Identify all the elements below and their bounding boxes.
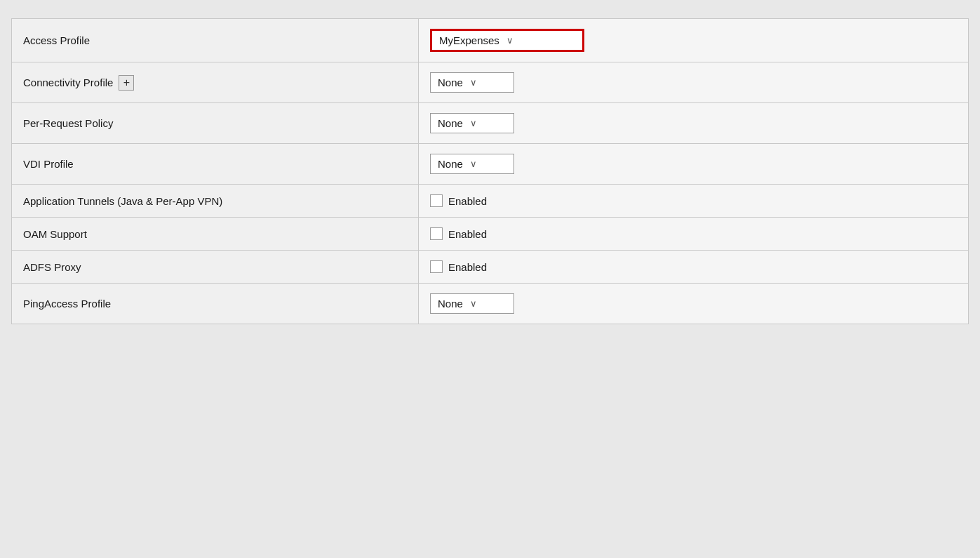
chevron-down-icon: ∨ bbox=[470, 298, 477, 309]
label-application-tunnels: Application Tunnels (Java & Per-App VPN) bbox=[23, 195, 222, 207]
access-policy-table: Access ProfileMyExpenses∨Connectivity Pr… bbox=[11, 18, 969, 324]
checkbox-label-adfs-proxy: Enabled bbox=[448, 261, 487, 273]
chevron-down-icon: ∨ bbox=[506, 35, 514, 46]
checkbox-oam-support[interactable] bbox=[430, 227, 443, 240]
label-connectivity-profile: Connectivity Profile bbox=[23, 77, 113, 88]
select-vdi-profile[interactable]: None∨ bbox=[430, 154, 514, 174]
plus-button-connectivity-profile[interactable]: + bbox=[119, 75, 134, 91]
checkbox-application-tunnels[interactable] bbox=[430, 194, 443, 207]
row-per-request-policy: Per-Request PolicyNone∨ bbox=[12, 103, 969, 144]
checkbox-label-oam-support: Enabled bbox=[448, 228, 487, 240]
row-connectivity-profile: Connectivity Profile+None∨ bbox=[12, 62, 969, 103]
row-application-tunnels: Application Tunnels (Java & Per-App VPN)… bbox=[12, 185, 969, 218]
checkbox-adfs-proxy[interactable] bbox=[430, 260, 443, 273]
row-pingaccess-profile: PingAccess ProfileNone∨ bbox=[12, 284, 969, 324]
select-pingaccess-profile[interactable]: None∨ bbox=[430, 293, 514, 314]
checkbox-label-application-tunnels: Enabled bbox=[448, 195, 487, 207]
select-value-pingaccess-profile: None bbox=[438, 298, 463, 310]
select-value-per-request-policy: None bbox=[438, 117, 463, 129]
select-access-profile[interactable]: MyExpenses∨ bbox=[430, 29, 584, 52]
select-connectivity-profile[interactable]: None∨ bbox=[430, 72, 514, 93]
label-pingaccess-profile: PingAccess Profile bbox=[23, 298, 111, 310]
label-per-request-policy: Per-Request Policy bbox=[23, 117, 113, 129]
chevron-down-icon: ∨ bbox=[470, 118, 477, 128]
row-access-profile: Access ProfileMyExpenses∨ bbox=[12, 19, 969, 62]
label-vdi-profile: VDI Profile bbox=[23, 158, 74, 170]
chevron-down-icon: ∨ bbox=[470, 77, 477, 88]
row-vdi-profile: VDI ProfileNone∨ bbox=[12, 144, 969, 185]
label-access-profile: Access Profile bbox=[23, 34, 90, 46]
chevron-down-icon: ∨ bbox=[470, 159, 477, 169]
row-adfs-proxy: ADFS ProxyEnabled bbox=[12, 251, 969, 284]
select-value-connectivity-profile: None bbox=[438, 77, 463, 88]
select-value-access-profile: MyExpenses bbox=[439, 34, 499, 46]
select-per-request-policy[interactable]: None∨ bbox=[430, 113, 514, 133]
select-value-vdi-profile: None bbox=[438, 158, 463, 170]
row-oam-support: OAM SupportEnabled bbox=[12, 218, 969, 251]
label-adfs-proxy: ADFS Proxy bbox=[23, 261, 81, 273]
label-oam-support: OAM Support bbox=[23, 228, 87, 240]
